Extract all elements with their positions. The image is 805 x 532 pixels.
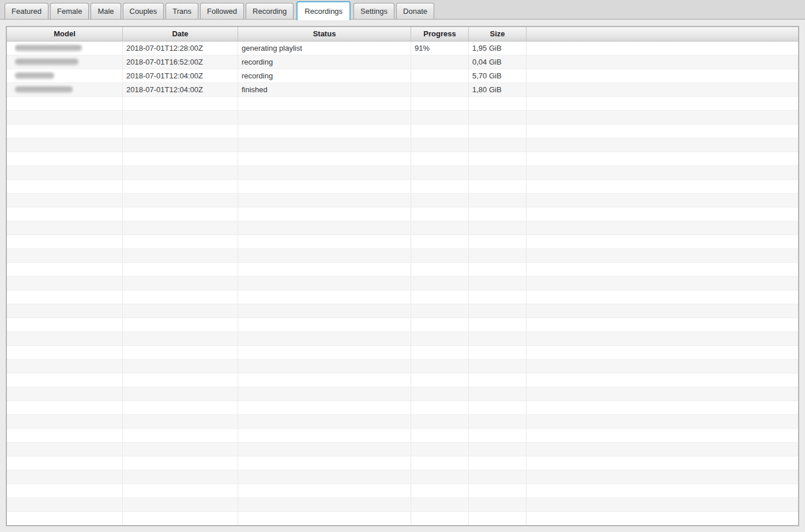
cell-size: [469, 180, 526, 194]
cell-status: [238, 387, 411, 401]
tab-donate[interactable]: Donate: [396, 3, 434, 19]
cell-date: [123, 207, 238, 221]
table-row[interactable]: 2018-07-01T16:52:00Zrecording0,04 GiB: [7, 55, 798, 69]
cell-spacer: [526, 387, 798, 401]
cell-model: [7, 249, 123, 263]
cell-size: [469, 304, 526, 318]
tab-recording[interactable]: Recording: [246, 3, 294, 19]
cell-model: [7, 304, 123, 318]
cell-date: 2018-07-01T16:52:00Z: [123, 55, 238, 69]
cell-status: recording: [238, 55, 411, 69]
cell-model: [7, 484, 123, 498]
column-header-spacer[interactable]: [526, 27, 798, 41]
cell-status: recording: [238, 69, 411, 83]
cell-size: [469, 415, 526, 429]
tab-followed[interactable]: Followed: [200, 3, 244, 19]
cell-spacer: [526, 41, 798, 55]
cell-spacer: [526, 111, 798, 124]
cell-spacer: [526, 360, 798, 373]
tab-trans[interactable]: Trans: [165, 3, 198, 19]
cell-progress: [411, 387, 469, 401]
column-header-progress[interactable]: Progress: [411, 27, 469, 41]
cell-spacer: [526, 456, 798, 470]
cell-spacer: [526, 180, 798, 194]
cell-status: [238, 429, 411, 443]
cell-progress: [411, 166, 469, 180]
column-header-date[interactable]: Date: [123, 27, 238, 41]
cell-size: [469, 277, 526, 290]
cell-model: [7, 124, 123, 138]
table-row[interactable]: 2018-07-01T12:04:00Zrecording5,70 GiB: [7, 69, 798, 83]
tab-featured[interactable]: Featured: [5, 3, 48, 19]
table-row-empty: [7, 277, 798, 290]
cell-status: [238, 512, 411, 526]
cell-progress: [411, 263, 469, 277]
table-row-empty: [7, 470, 798, 484]
cell-size: [469, 401, 526, 415]
cell-status: [238, 373, 411, 387]
cell-progress: [411, 249, 469, 263]
cell-progress: [411, 97, 469, 111]
cell-size: [469, 373, 526, 387]
table-row-empty: [7, 166, 798, 180]
tab-couples[interactable]: Couples: [123, 3, 164, 19]
cell-status: [238, 470, 411, 484]
column-header-model[interactable]: Model: [7, 27, 123, 41]
cell-model: [7, 429, 123, 443]
cell-date: [123, 194, 238, 207]
table-row-empty: [7, 124, 798, 138]
cell-size: [469, 456, 526, 470]
cell-spacer: [526, 429, 798, 443]
cell-model: [7, 415, 123, 429]
cell-status: finished: [238, 83, 411, 97]
cell-spacer: [526, 443, 798, 456]
cell-status: [238, 332, 411, 346]
cell-progress: [411, 152, 469, 166]
cell-progress: [411, 498, 469, 512]
content-area: ModelDateStatusProgressSize 2018-07-01T1…: [0, 20, 805, 532]
table-row-empty: [7, 318, 798, 332]
table-body: 2018-07-01T12:28:00Zgenerating playlist9…: [7, 41, 798, 526]
column-header-size[interactable]: Size: [469, 27, 526, 41]
tab-settings[interactable]: Settings: [353, 3, 394, 19]
cell-date: [123, 180, 238, 194]
table-row-empty: [7, 290, 798, 304]
cell-model: [7, 221, 123, 235]
cell-status: [238, 207, 411, 221]
cell-spacer: [526, 166, 798, 180]
cell-size: [469, 484, 526, 498]
cell-status: [238, 456, 411, 470]
cell-size: [469, 235, 526, 249]
cell-spacer: [526, 83, 798, 97]
cell-progress: [411, 83, 469, 97]
cell-spacer: [526, 124, 798, 138]
table-row[interactable]: 2018-07-01T12:04:00Zfinished1,80 GiB: [7, 83, 798, 97]
cell-date: [123, 387, 238, 401]
tab-male[interactable]: Male: [91, 3, 121, 19]
cell-spacer: [526, 373, 798, 387]
cell-progress: [411, 373, 469, 387]
cell-size: [469, 318, 526, 332]
column-header-status[interactable]: Status: [238, 27, 411, 41]
cell-progress: [411, 111, 469, 124]
table-row-empty: [7, 304, 798, 318]
cell-size: [469, 152, 526, 166]
cell-spacer: [526, 401, 798, 415]
cell-spacer: [526, 69, 798, 83]
cell-status: [238, 401, 411, 415]
cell-size: [469, 124, 526, 138]
cell-size: [469, 498, 526, 512]
tab-female[interactable]: Female: [50, 3, 89, 19]
cell-size: [469, 249, 526, 263]
cell-spacer: [526, 346, 798, 360]
cell-date: [123, 152, 238, 166]
table-row-empty: [7, 498, 798, 512]
cell-size: [469, 166, 526, 180]
cell-model: [7, 456, 123, 470]
cell-size: [469, 346, 526, 360]
tab-recordings[interactable]: Recordings: [296, 1, 351, 20]
cell-spacer: [526, 207, 798, 221]
table-row[interactable]: 2018-07-01T12:28:00Zgenerating playlist9…: [7, 41, 798, 55]
cell-progress: [411, 332, 469, 346]
cell-spacer: [526, 97, 798, 111]
